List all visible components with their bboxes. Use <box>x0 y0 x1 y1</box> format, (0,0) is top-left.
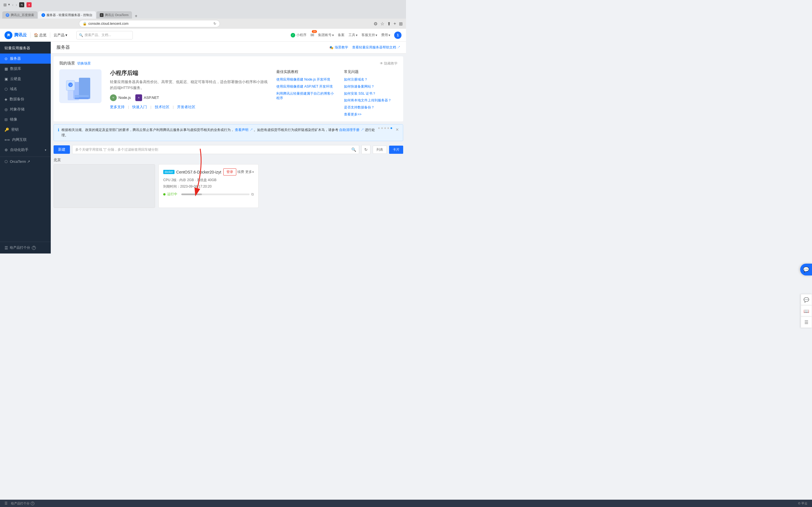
faq-more[interactable]: 查看更多>> <box>344 112 398 117</box>
faq-item-1[interactable]: 如何注册域名？ <box>344 77 398 82</box>
sidebar-item-object-storage[interactable]: ◎ 对象存储 <box>0 104 51 114</box>
refresh-btn[interactable]: ↻ <box>361 145 370 154</box>
quick-start-link[interactable]: 快速入门 <box>132 105 147 110</box>
tech-nodejs[interactable]: N Node.js <box>110 94 131 101</box>
faq-item-5[interactable]: 是否支持数据备份？ <box>344 105 398 110</box>
page-header: 服务器 🎭 场景教学 查看轻量应用服务器帮助文档 ↗ <box>51 42 406 54</box>
grid-icon[interactable]: ⊞ <box>399 21 403 26</box>
customer-support-btn[interactable]: 客服支持 ▾ <box>361 33 377 38</box>
server-card-placeholder <box>54 164 155 208</box>
sidebar-key-label: 密钥 <box>11 127 18 132</box>
svg-rect-8 <box>75 98 89 99</box>
sidebar-automation-label: 自动化助手 <box>10 147 29 152</box>
status-dot <box>163 193 165 195</box>
sidebar-item-server[interactable]: ⊙ 服务器 <box>0 54 51 64</box>
list-view-btn[interactable]: 列表 <box>373 146 387 154</box>
card-view-btn[interactable]: 卡片 <box>389 146 403 154</box>
logo-icon: 腾 <box>4 31 12 39</box>
sidebar-item-domain[interactable]: ⬡ 域名 <box>0 84 51 94</box>
sidebar-score[interactable]: ☰ 给产品打个分 ? <box>0 242 51 253</box>
tab-baidu[interactable]: 百 腾讯云_百度搜索 <box>2 11 38 18</box>
app-header: 腾 腾讯云 🏠 总览 云产品 ▾ 🔍 搜索产品、文档... ✓ 小程序 ✉ 39… <box>0 29 406 42</box>
dev-community-link[interactable]: 开发者社区 <box>177 105 195 110</box>
sidebar-item-automation[interactable]: ⚙ 自动化助手 ▾ <box>0 145 51 155</box>
notice-text1: 根据相关法规、政策的规定及监管部门的要求，腾讯云禁止客户利用腾讯云服务从事与虚拟… <box>61 128 234 132</box>
search-bar-icon[interactable]: 🔍 <box>351 147 356 152</box>
score-help-icon: ? <box>32 246 36 250</box>
notice-dots <box>378 127 392 129</box>
window-controls: ⊞ ▾ <box>3 3 10 7</box>
content: 服务器 🎭 场景教学 查看轻量应用服务器帮助文档 ↗ 我的场景 切换场景 👁 <box>51 42 406 253</box>
reload-icon[interactable]: ↻ <box>213 22 216 25</box>
address-bar[interactable]: 🔒 console.cloud.tencent.com ↻ <box>79 20 220 27</box>
copy-btn[interactable]: ⧉ <box>251 192 254 196</box>
faq-item-2[interactable]: 如何快速备案网站？ <box>344 84 398 89</box>
tools-btn[interactable]: 工具 ▾ <box>349 33 357 38</box>
cloud-products-arrow: ▾ <box>65 33 67 37</box>
hide-tutorial[interactable]: 👁 隐藏教学 <box>380 61 398 66</box>
sidebar-item-image[interactable]: ⊟ 镜像 <box>0 114 51 124</box>
more-support-link[interactable]: 更多支持 <box>110 105 124 110</box>
tech-community-link[interactable]: 技术社区 <box>155 105 169 110</box>
share-icon[interactable]: ⬆ <box>387 21 391 26</box>
dot5-active <box>391 127 392 129</box>
notice-link2[interactable]: 自助清理手册 ↗ <box>339 128 364 132</box>
group-account-btn[interactable]: 集团账号 ▾ <box>318 33 334 38</box>
user-avatar[interactable]: 1 <box>394 32 402 39</box>
tab-orcaterm[interactable]: O 腾讯云 OrcaTerm <box>96 11 132 18</box>
server-search-bar[interactable]: 多个关键字用竖线 "|" 分隔，多个过滤标签用回车键分割 🔍 <box>72 145 359 154</box>
add-tab-icon[interactable]: + <box>394 21 396 26</box>
server-renew-btn[interactable]: 续费 <box>238 170 244 174</box>
tab-grid-icon[interactable]: ⊞ <box>3 3 7 7</box>
notice-close-btn[interactable]: ✕ <box>396 127 399 132</box>
tab-chevron-icon[interactable]: ▾ <box>8 3 10 7</box>
server-login-btn[interactable]: 登录 <box>223 168 236 175</box>
tab-tencent-cloud[interactable]: 云 服务器 - 轻量应用服务器 - 控制台 <box>38 11 96 18</box>
star-icon[interactable]: ☆ <box>380 21 384 26</box>
sidebar-item-disk[interactable]: ▣ 云硬盘 <box>0 74 51 84</box>
nav-back[interactable]: ‹ <box>12 3 13 7</box>
nodejs-label: Node.js <box>118 96 131 100</box>
settings-icon[interactable]: ⚙ <box>373 21 377 26</box>
server-more-btn[interactable]: 更多 ▾ <box>245 170 254 174</box>
sidebar-item-backup[interactable]: ◈ 数据备份 <box>0 94 51 104</box>
new-server-btn[interactable]: 新建 <box>54 145 70 154</box>
help-link[interactable]: 查看轻量应用服务器帮助文档 ↗ <box>352 45 400 50</box>
cost-btn[interactable]: 费用 ▾ <box>381 33 390 38</box>
best-practice-item-3[interactable]: 利用腾讯云轻量搭建属于自己的博客小程序 <box>276 91 336 101</box>
mini-program-btn[interactable]: ✓ 小程序 <box>291 33 306 38</box>
backup-btn[interactable]: 备案 <box>338 33 345 38</box>
search-placeholder-text: 多个关键字用竖线 "|" 分隔，多个过滤标签用回车键分割 <box>75 147 158 152</box>
nav-cloud-products[interactable]: 云产品 ▾ <box>54 33 67 38</box>
sidebar-item-database[interactable]: ▦ 数据库 <box>0 64 51 74</box>
best-practice-item-1[interactable]: 使用应用镜像搭建 Node.js 开发环境 <box>276 77 336 82</box>
cost-arrow: ▾ <box>389 33 390 37</box>
scene-info: 小程序后端 轻量应用服务器具备高性价比、高带宽、低延迟、稳定可靠等特点，适合部署… <box>110 69 268 110</box>
more-arrow-icon: ▾ <box>252 170 254 173</box>
sidebar-item-intranet[interactable]: ⟺ 内网互联 <box>0 135 51 145</box>
scene-switch[interactable]: 切换场景 <box>77 61 91 66</box>
notice-bar: ℹ 根据相关法规、政策的规定及监管部门的要求，腾讯云禁止客户利用腾讯云服务从事与… <box>54 124 403 141</box>
cloud-products-label: 云产品 <box>54 33 64 38</box>
nav-home[interactable]: 🏠 总览 <box>34 33 47 38</box>
tech-aspnet[interactable]: A ASP.NET <box>135 94 159 101</box>
server-cards-row: docker CentOS7.6-Docker20-izyt 登录 续费 更多 … <box>51 164 406 211</box>
scene-link[interactable]: 🎭 场景教学 <box>329 45 348 50</box>
nav-forward[interactable]: › <box>16 3 17 7</box>
sidebar-item-orca[interactable]: ⬡ OrcaTerm ↗ <box>0 157 51 166</box>
notice-info-icon: ℹ <box>58 128 59 132</box>
faq-item-4[interactable]: 如何将本地文件上传到服务器？ <box>344 98 398 103</box>
notice-link1[interactable]: 查看声明 ↗ <box>235 128 253 132</box>
sidebar: 轻量应用服务器 ⊙ 服务器 ▦ 数据库 ▣ 云硬盘 ⬡ 域名 ◈ 数据备份 ◎ … <box>0 42 51 253</box>
sidebar-item-key[interactable]: 🔑 密钥 <box>0 124 51 135</box>
search-box[interactable]: 🔍 搜索产品、文档... <box>77 31 133 40</box>
more-label: 更多 <box>245 170 252 174</box>
new-tab-btn[interactable]: + <box>134 13 139 18</box>
sidebar-database-label: 数据库 <box>10 66 21 71</box>
mail-wrapper[interactable]: ✉ 39 <box>310 33 314 38</box>
faq-item-3[interactable]: 如何安装 SSL 证书？ <box>344 91 398 96</box>
tab-orca-favicon: O <box>100 13 103 17</box>
tencent-logo[interactable]: 腾 腾讯云 <box>4 31 27 39</box>
best-practice-item-2[interactable]: 使用应用镜像搭建 ASP.NET 开发环境 <box>276 84 336 89</box>
sidebar-orca-label: OrcaTerm ↗ <box>10 159 30 164</box>
